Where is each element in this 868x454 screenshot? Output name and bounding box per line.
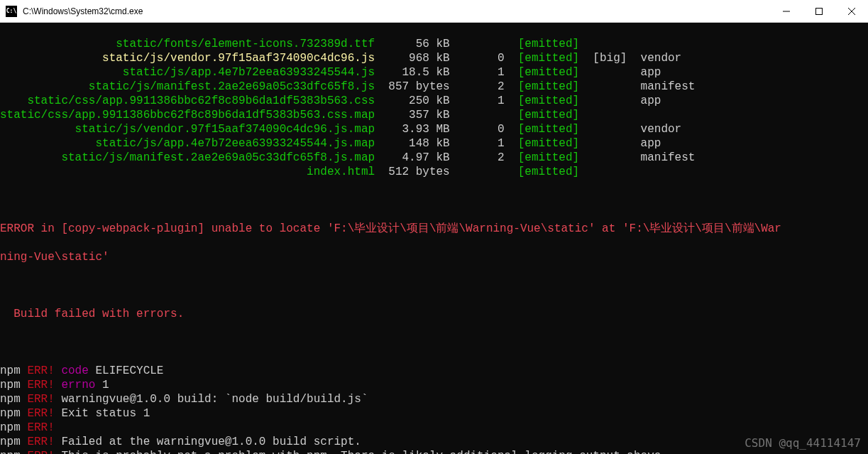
big-tag <box>579 166 640 178</box>
file-name: static/css/app.9911386bbc62f8c89b6da1df5… <box>0 94 375 107</box>
big-tag <box>579 38 640 50</box>
chunk-id <box>450 166 518 178</box>
chunk-name: app <box>641 137 661 150</box>
chunk-id: 0 <box>450 52 518 65</box>
file-name: static/js/app.4e7b72eea63933245544.js <box>0 66 375 79</box>
npm-error-block: npm ERR! code ELIFECYCLEnpm ERR! errno 1… <box>0 364 868 454</box>
file-name: static/js/manifest.2ae2e69a05c33dfc65f8.… <box>0 80 375 93</box>
chunk-id: 1 <box>450 137 518 150</box>
chunk-id: 1 <box>450 66 518 79</box>
big-tag <box>579 94 640 107</box>
npm-error-line: npm ERR! <box>0 421 868 435</box>
chunk-name: app <box>641 94 661 107</box>
build-row: static/js/app.4e7b72eea63933245544.js 18… <box>0 65 868 80</box>
file-size: 357 kB <box>375 109 450 121</box>
chunk-name: app <box>641 66 661 79</box>
file-name: static/fonts/element-icons.732389d.ttf <box>0 38 375 50</box>
big-tag <box>579 80 640 93</box>
file-size: 968 kB <box>375 52 450 65</box>
file-size: 18.5 kB <box>375 66 450 79</box>
window-titlebar: C:\ C:\Windows\System32\cmd.exe <box>0 0 868 23</box>
npm-error-line: npm ERR! warningvue@1.0.0 build: `node b… <box>0 392 868 406</box>
build-row: static/js/manifest.2ae2e69a05c33dfc65f8.… <box>0 80 868 94</box>
blank-line <box>0 279 868 293</box>
file-size: 512 bytes <box>375 166 450 178</box>
window-controls <box>770 0 868 22</box>
npm-error-line: npm ERR! Exit status 1 <box>0 406 868 421</box>
blank-line <box>0 193 868 207</box>
file-size: 250 kB <box>375 94 450 107</box>
chunk-name: manifest <box>641 151 696 164</box>
chunk-id: 2 <box>450 151 518 164</box>
chunk-id: 2 <box>450 80 518 93</box>
file-name: static/js/manifest.2ae2e69a05c33dfc65f8.… <box>0 151 375 164</box>
chunk-name: vendor <box>641 52 682 65</box>
big-tag <box>579 151 640 164</box>
emitted-tag: [emitted] <box>518 109 579 121</box>
build-row: static/js/manifest.2ae2e69a05c33dfc65f8.… <box>0 151 868 165</box>
close-icon <box>848 8 855 15</box>
npm-error-line: npm ERR! This is probably not a problem … <box>0 449 868 454</box>
build-row: static/fonts/element-icons.732389d.ttf 5… <box>0 37 868 51</box>
build-row: static/js/app.4e7b72eea63933245544.js.ma… <box>0 136 868 151</box>
chunk-id: 0 <box>450 123 518 136</box>
watermark: CSDN @qq_44114147 <box>745 436 861 450</box>
cmd-icon: C:\ <box>6 6 17 17</box>
build-row: static/js/vendor.97f15aaf374090c4dc96.js… <box>0 122 868 136</box>
file-size: 148 kB <box>375 137 450 150</box>
window-title: C:\Windows\System32\cmd.exe <box>23 6 770 16</box>
emitted-tag: [emitted] <box>518 123 579 136</box>
chunk-id <box>450 109 518 121</box>
build-failed-line: Build failed with errors. <box>0 307 868 321</box>
terminal-output[interactable]: static/fonts/element-icons.732389d.ttf 5… <box>0 23 868 454</box>
file-name: static/js/vendor.97f15aaf374090c4dc96.js <box>0 52 375 65</box>
emitted-tag: [emitted] <box>518 137 579 150</box>
big-tag: [big] <box>579 52 640 65</box>
svg-rect-1 <box>816 8 823 14</box>
emitted-tag: [emitted] <box>518 38 579 50</box>
file-name: index.html <box>0 166 375 178</box>
close-button[interactable] <box>835 0 868 22</box>
emitted-tag: [emitted] <box>518 166 579 178</box>
build-row: static/css/app.9911386bbc62f8c89b6da1df5… <box>0 94 868 108</box>
error-line-1: ERROR in [copy-webpack-plugin] unable to… <box>0 222 868 236</box>
minimize-button[interactable] <box>770 0 803 22</box>
file-name: static/css/app.9911386bbc62f8c89b6da1df5… <box>0 109 375 121</box>
file-size: 56 kB <box>375 38 450 50</box>
chunk-name: manifest <box>641 80 696 93</box>
maximize-button[interactable] <box>803 0 835 22</box>
file-name: static/js/app.4e7b72eea63933245544.js.ma… <box>0 137 375 150</box>
emitted-tag: [emitted] <box>518 66 579 79</box>
big-tag <box>579 123 640 136</box>
emitted-tag: [emitted] <box>518 94 579 107</box>
file-size: 857 bytes <box>375 80 450 93</box>
big-tag <box>579 137 640 150</box>
chunk-name: vendor <box>641 123 682 136</box>
emitted-tag: [emitted] <box>518 80 579 93</box>
emitted-tag: [emitted] <box>518 52 579 65</box>
chunk-id <box>450 38 518 50</box>
file-name: static/js/vendor.97f15aaf374090c4dc96.js… <box>0 123 375 136</box>
big-tag <box>579 66 640 79</box>
build-row: static/css/app.9911386bbc62f8c89b6da1df5… <box>0 108 868 122</box>
maximize-icon <box>815 8 823 15</box>
build-row: static/js/vendor.97f15aaf374090c4dc96.js… <box>0 51 868 65</box>
build-table: static/fonts/element-icons.732389d.ttf 5… <box>0 37 868 179</box>
chunk-id: 1 <box>450 94 518 107</box>
blank-line <box>0 335 868 350</box>
npm-error-line: npm ERR! Failed at the warningvue@1.0.0 … <box>0 435 868 449</box>
minimize-icon <box>783 8 790 15</box>
npm-error-line: npm ERR! code ELIFECYCLE <box>0 364 868 378</box>
emitted-tag: [emitted] <box>518 151 579 164</box>
error-line-2: ning-Vue\static' <box>0 250 868 264</box>
file-size: 3.93 MB <box>375 123 450 136</box>
npm-error-line: npm ERR! errno 1 <box>0 378 868 392</box>
big-tag <box>579 109 640 121</box>
build-row: index.html 512 bytes [emitted] <box>0 165 868 179</box>
file-size: 4.97 kB <box>375 151 450 164</box>
